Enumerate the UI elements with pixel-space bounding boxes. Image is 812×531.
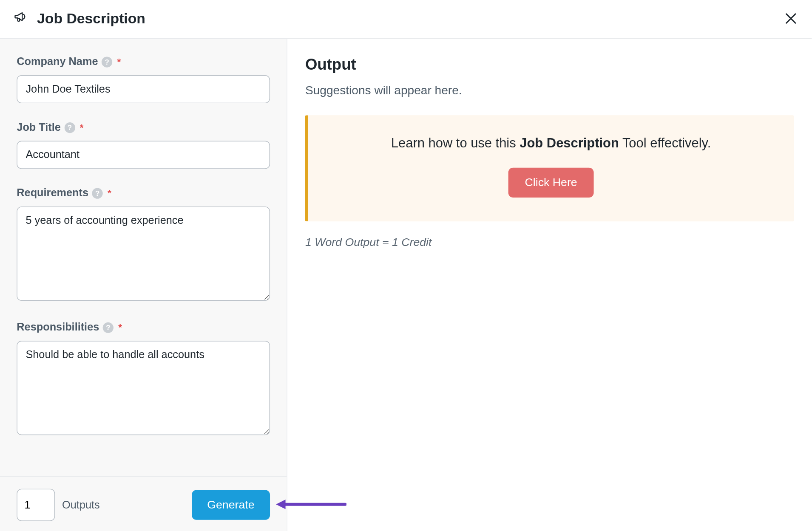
- company-name-label: Company Name: [17, 56, 98, 68]
- credit-note: 1 Word Output = 1 Credit: [305, 236, 794, 249]
- responsibilities-group: Responsibilities ? *: [17, 321, 270, 438]
- company-name-group: Company Name ? *: [17, 56, 270, 103]
- learn-card: Learn how to use this Job Description To…: [305, 115, 794, 221]
- outputs-count-input[interactable]: [17, 489, 55, 521]
- output-heading: Output: [305, 56, 794, 74]
- requirements-textarea[interactable]: [17, 206, 270, 301]
- footer-bar: Outputs Generate: [0, 476, 287, 531]
- page-title: Job Description: [37, 10, 145, 27]
- learn-text-suffix: Tool effectively.: [619, 136, 711, 150]
- responsibilities-label: Responsibilities: [17, 321, 99, 334]
- required-star: *: [118, 322, 122, 333]
- company-name-input[interactable]: [17, 75, 270, 103]
- learn-text: Learn how to use this Job Description To…: [320, 136, 782, 151]
- help-icon[interactable]: ?: [102, 56, 112, 67]
- job-title-group: Job Title ? *: [17, 121, 270, 169]
- outputs-label: Outputs: [62, 499, 100, 511]
- header-left: Job Description: [13, 9, 145, 27]
- help-icon[interactable]: ?: [64, 122, 75, 133]
- svg-marker-3: [276, 500, 285, 509]
- content-row: Company Name ? * Job Title ? *: [0, 39, 812, 531]
- right-panel: Output Suggestions will appear here. Lea…: [287, 39, 812, 531]
- learn-text-prefix: Learn how to use this: [391, 136, 520, 150]
- required-star: *: [108, 188, 111, 198]
- megaphone-icon: [13, 9, 29, 27]
- required-star: *: [117, 56, 121, 67]
- requirements-group: Requirements ? *: [17, 187, 270, 303]
- generate-button[interactable]: Generate: [192, 490, 270, 520]
- required-star: *: [80, 122, 84, 133]
- job-title-input[interactable]: [17, 141, 270, 169]
- left-panel: Company Name ? * Job Title ? *: [0, 39, 287, 531]
- help-icon[interactable]: ?: [92, 188, 102, 198]
- outputs-group: Outputs: [17, 489, 99, 521]
- modal-header: Job Description: [0, 0, 812, 39]
- click-here-button[interactable]: Click Here: [508, 168, 594, 198]
- output-subtext: Suggestions will appear here.: [305, 84, 794, 97]
- close-button[interactable]: [783, 11, 799, 26]
- form-area: Company Name ? * Job Title ? *: [0, 39, 287, 476]
- responsibilities-textarea[interactable]: [17, 341, 270, 435]
- help-icon[interactable]: ?: [103, 322, 114, 333]
- requirements-label: Requirements: [17, 187, 88, 200]
- job-title-label: Job Title: [17, 121, 61, 134]
- learn-text-bold: Job Description: [520, 136, 619, 150]
